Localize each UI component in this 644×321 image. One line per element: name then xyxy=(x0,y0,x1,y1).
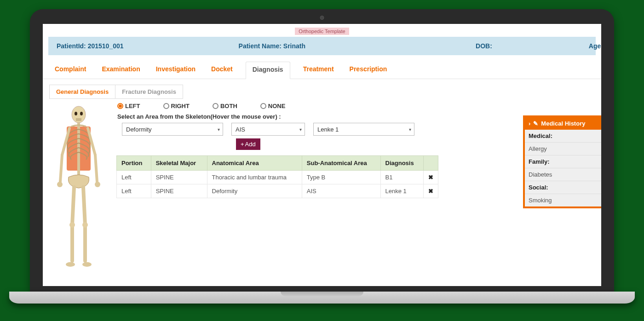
table-header: Anatomical Area xyxy=(207,156,302,171)
medical-history-panel: › ✎ Medical History Medical:AllergyFamil… xyxy=(523,115,601,208)
diagnosis-value: Lenke 1 xyxy=(317,126,339,133)
diagnosis-table: PortionSkeletal MajorAnatomical AreaSub-… xyxy=(116,155,438,198)
side-radio-group: LEFTRIGHTBOTHNONE xyxy=(116,103,595,112)
svg-point-7 xyxy=(95,182,100,187)
table-cell: Deformity xyxy=(207,184,302,198)
skeleton-diagram[interactable] xyxy=(49,103,109,272)
svg-point-3 xyxy=(80,112,83,115)
laptop-camera xyxy=(320,16,324,20)
tab-diagnosis[interactable]: Diagnosis xyxy=(246,62,290,79)
table-header: Sub-Anatomical Area xyxy=(302,156,380,171)
table-header-actions xyxy=(424,156,438,171)
delete-row-button[interactable]: ✖ xyxy=(424,184,438,198)
side-radio-label: LEFT xyxy=(125,103,140,109)
table-cell: AIS xyxy=(302,184,380,198)
svg-point-10 xyxy=(66,262,75,267)
svg-point-2 xyxy=(75,112,77,115)
side-radio-none[interactable]: NONE xyxy=(260,103,286,109)
patient-id-label: PatientId: xyxy=(57,42,86,50)
radio-icon xyxy=(213,103,218,109)
sub-anatomical-value: AIS xyxy=(236,126,245,133)
tab-examination[interactable]: Examination xyxy=(99,62,143,79)
radio-icon xyxy=(260,103,266,109)
plus-icon: + xyxy=(241,141,244,148)
chevron-down-icon: ▾ xyxy=(409,127,411,132)
medical-history-header[interactable]: › ✎ Medical History xyxy=(525,117,601,130)
tab-prescription[interactable]: Prescription xyxy=(347,62,390,79)
table-cell: SPINE xyxy=(151,184,207,198)
svg-rect-5 xyxy=(77,123,80,178)
tab-complaint[interactable]: Complaint xyxy=(52,62,89,79)
radio-icon xyxy=(117,103,123,109)
history-value: Allergy xyxy=(525,142,601,155)
table-cell: Thoracic and lumbar trauma xyxy=(207,171,302,184)
history-label: Medical: xyxy=(525,130,601,142)
sub-anatomical-select[interactable]: AIS ▾ xyxy=(231,123,305,136)
delete-row-button[interactable]: ✖ xyxy=(424,171,438,184)
subtab-general-diagnosis[interactable]: General Diagnosis xyxy=(49,85,115,99)
patient-name-value: Srinath xyxy=(283,42,305,50)
svg-point-9 xyxy=(82,222,88,228)
history-value: Diabetes xyxy=(525,168,601,181)
table-row: LeftSPINEDeformityAISLenke 1✖ xyxy=(117,184,438,198)
table-row: LeftSPINEThoracic and lumbar traumaType … xyxy=(117,171,438,184)
table-cell: Left xyxy=(117,184,151,198)
table-cell: SPINE xyxy=(151,171,207,184)
patient-info-bar: PatientId: 201510_001 Patient Name: Srin… xyxy=(48,37,596,55)
patient-name-label: Patient Name: xyxy=(239,42,282,50)
history-label: Family: xyxy=(525,155,601,168)
sub-tabs: General DiagnosisFracture Diagnosis xyxy=(43,79,601,101)
history-label: Social: xyxy=(525,181,601,194)
table-cell: Type B xyxy=(302,171,380,184)
side-radio-left[interactable]: LEFT xyxy=(117,103,140,109)
side-radio-right[interactable]: RIGHT xyxy=(163,103,190,109)
anatomical-area-value: Deformity xyxy=(126,126,152,133)
table-header: Portion xyxy=(117,156,151,171)
anatomical-area-select[interactable]: Deformity ▾ xyxy=(122,123,223,136)
side-radio-label: RIGHT xyxy=(171,103,190,109)
subtab-fracture-diagnosis[interactable]: Fracture Diagnosis xyxy=(115,85,183,99)
radio-icon xyxy=(163,103,169,109)
table-cell: Lenke 1 xyxy=(380,184,423,198)
edit-icon: ✎ xyxy=(533,120,538,127)
patient-dob-label: DOB: xyxy=(476,42,492,50)
table-cell: B1 xyxy=(380,171,423,184)
laptop-base xyxy=(9,292,635,304)
chevron-down-icon: ▾ xyxy=(299,127,302,132)
template-badge: Orthopedic Template xyxy=(295,28,349,35)
chevron-down-icon: ▾ xyxy=(218,127,220,132)
chevron-right-icon: › xyxy=(529,120,530,127)
svg-point-6 xyxy=(57,182,63,187)
medical-history-title: Medical History xyxy=(541,120,585,127)
patient-age-label: Age: xyxy=(589,42,601,50)
side-radio-label: NONE xyxy=(268,103,286,109)
svg-point-8 xyxy=(69,222,75,228)
add-button[interactable]: +Add xyxy=(236,138,260,150)
app-screen: Orthopedic Template PatientId: 201510_00… xyxy=(43,24,601,286)
side-radio-label: BOTH xyxy=(220,103,237,109)
patient-id-value: 201510_001 xyxy=(88,42,124,50)
main-tabs: ComplaintExaminationInvestigationDocketD… xyxy=(43,55,601,79)
tab-treatment[interactable]: Treatment xyxy=(300,62,337,79)
add-button-label: Add xyxy=(245,141,256,148)
history-value: Smoking xyxy=(525,194,601,206)
table-header: Diagnosis xyxy=(380,156,423,171)
tab-docket[interactable]: Docket xyxy=(208,62,236,79)
tab-investigation[interactable]: Investigation xyxy=(153,62,198,79)
table-cell: Left xyxy=(117,171,151,184)
svg-point-11 xyxy=(82,262,92,267)
table-header: Skeletal Major xyxy=(151,156,207,171)
diagnosis-select[interactable]: Lenke 1 ▾ xyxy=(313,123,414,136)
side-radio-both[interactable]: BOTH xyxy=(213,103,237,109)
svg-rect-4 xyxy=(76,118,81,121)
